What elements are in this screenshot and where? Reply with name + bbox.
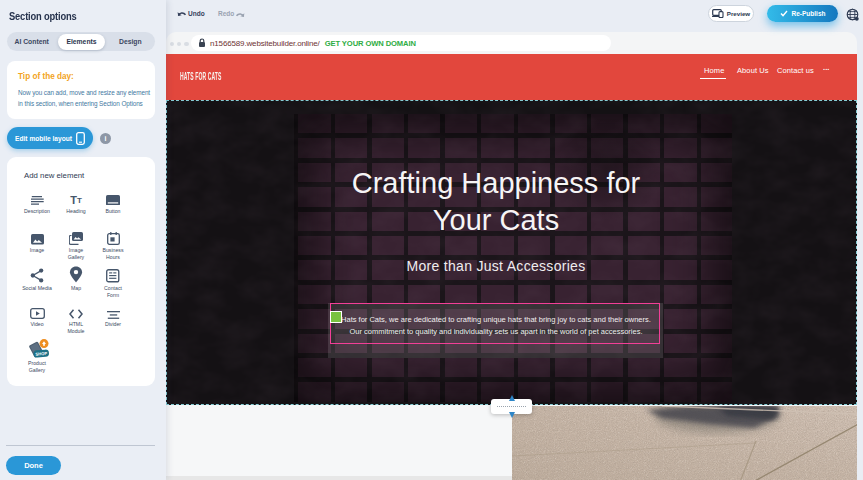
svg-text:SHOP: SHOP [35, 350, 47, 356]
